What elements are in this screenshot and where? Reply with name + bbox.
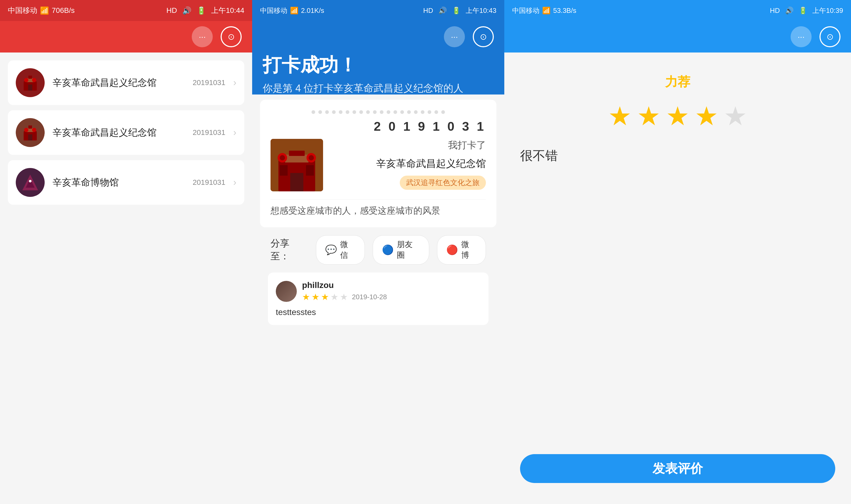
list-arrow-2: › (233, 177, 236, 188)
big-star-4[interactable]: ★ (695, 101, 719, 131)
panel-checkin: 中国移动 📶 2.01K/s HD 🔊 🔋 上午10:43 ··· ⊙ 打卡成功… (252, 0, 504, 504)
battery-3: 🔋 (799, 6, 807, 15)
svg-rect-18 (289, 151, 305, 156)
svg-rect-11 (28, 134, 32, 141)
list-arrow-1: › (233, 127, 236, 138)
share-weibo-label: 微博 (461, 239, 477, 261)
battery-2: 🔋 (452, 6, 460, 15)
panel-history: 中国移动 📶 706B/s HD 🔊 🔋 上午10:44 ··· ⊙ (0, 0, 252, 504)
share-wechat-label: 微信 (340, 239, 356, 261)
status-bar-2: 中国移动 📶 2.01K/s HD 🔊 🔋 上午10:43 (252, 0, 504, 21)
status-left-3: 中国移动 📶 53.3B/s (512, 6, 576, 15)
list-date-2: 20191031 (193, 178, 225, 187)
big-star-5[interactable]: ★ (724, 101, 747, 131)
comment-avatar (276, 281, 297, 302)
network-icon-3: HD (770, 6, 780, 15)
speed-3: 53.3B/s (553, 6, 576, 15)
svg-rect-24 (280, 165, 288, 176)
comment-meta: ★ ★ ★ ★ ★ 2019-10-28 (302, 292, 387, 302)
header-blue-buttons: ··· ⊙ (263, 26, 494, 47)
ticket-place-name: 辛亥革命武昌起义纪念馆 (376, 157, 486, 170)
big-star-1[interactable]: ★ (608, 101, 632, 131)
battery-1: 🔋 (197, 6, 206, 15)
big-star-3[interactable]: ★ (666, 101, 690, 131)
history-list: 辛亥革命武昌起义纪念馆 20191031 › 辛亥革命武昌起义纪念馆 20191… (0, 53, 252, 213)
comment-text: testtesstes (276, 307, 481, 317)
checkin-title: 打卡成功！ (263, 53, 494, 78)
more-btn-1[interactable]: ··· (192, 26, 213, 47)
comment-date: 2019-10-28 (352, 293, 387, 301)
list-avatar-2 (16, 168, 45, 197)
status-right-2: HD 🔊 🔋 上午10:43 (423, 6, 496, 15)
ticket-dots (270, 110, 486, 114)
header-1: ··· ⊙ (0, 21, 252, 53)
svg-rect-2 (29, 76, 32, 79)
status-right-3: HD 🔊 🔋 上午10:39 (770, 6, 843, 15)
list-text-1: 辛亥革命武昌起义纪念馆 (53, 126, 185, 139)
bt-icon-1: 🔊 (182, 6, 192, 15)
svg-rect-5 (28, 85, 32, 91)
more-btn-3[interactable]: ··· (791, 26, 812, 47)
review-section: 力荐 ★ ★ ★ ★ ★ 很不错 发表评价 (504, 53, 851, 504)
scan-btn-3[interactable]: ⊙ (819, 26, 840, 47)
list-avatar-1 (16, 118, 45, 147)
svg-point-20 (280, 155, 285, 160)
recommend-label: 力荐 (665, 73, 690, 90)
ticket-tag: 武汉追寻红色文化之旅 (400, 176, 486, 190)
list-item-0[interactable]: 辛亥革命武昌起义纪念馆 20191031 › (8, 60, 244, 105)
comment-header: phillzou ★ ★ ★ ★ ★ 2019-10-28 (276, 280, 481, 302)
list-text-2: 辛亥革命博物馆 (53, 176, 185, 189)
star-3: ★ (321, 292, 329, 302)
rating-stars[interactable]: ★ ★ ★ ★ ★ (608, 101, 747, 131)
svg-point-9 (24, 128, 29, 132)
moments-icon: 🔵 (382, 245, 394, 255)
star-4: ★ (331, 292, 338, 302)
wechat-icon: 💬 (325, 245, 337, 255)
header-3: ··· ⊙ (504, 21, 851, 53)
share-wechat-btn[interactable]: 💬 微信 (316, 235, 365, 265)
list-text-0: 辛亥革命武昌起义纪念馆 (53, 76, 185, 89)
checkin-subtitle: 你是第 4 位打卡辛亥革命武昌起义纪念馆的人 (263, 82, 494, 95)
time-3: 上午10:39 (812, 6, 843, 15)
list-avatar-0 (16, 68, 45, 97)
share-label: 分享至： (270, 237, 308, 263)
carrier-1: 中国移动 (8, 5, 37, 16)
card-area: 2 0 1 9 1 0 3 1 (252, 94, 504, 504)
svg-point-22 (308, 155, 314, 160)
status-bar-3: 中国移动 📶 53.3B/s HD 🔊 🔋 上午10:39 (504, 0, 851, 21)
svg-point-3 (24, 78, 29, 82)
ticket-message: 想感受这座城市的人，感受这座城市的风景 (270, 199, 486, 217)
ticket-content: 我打卡了 辛亥革命武昌起义纪念馆 武汉追寻红色文化之旅 (270, 139, 486, 191)
signal-3: 📶 (542, 6, 551, 15)
list-item-1[interactable]: 辛亥革命武昌起义纪念馆 20191031 › (8, 110, 244, 155)
status-left-2: 中国移动 📶 2.01K/s (260, 6, 324, 15)
scan-btn-1[interactable]: ⊙ (220, 26, 242, 47)
list-arrow-0: › (233, 77, 236, 88)
review-text: 很不错 (520, 147, 558, 164)
list-item-2[interactable]: 辛亥革命博物馆 20191031 › (8, 160, 244, 205)
scan-btn-2[interactable]: ⊙ (473, 26, 494, 47)
time-2: 上午10:43 (466, 6, 496, 15)
big-star-2[interactable]: ★ (637, 101, 660, 131)
weibo-icon: 🔴 (446, 245, 458, 255)
checkin-header: ··· ⊙ 打卡成功！ 你是第 4 位打卡辛亥革命武昌起义纪念馆的人 (252, 21, 504, 94)
ticket-image (270, 139, 323, 191)
speed-1: 706B/s (52, 6, 75, 15)
comment-user-info: phillzou ★ ★ ★ ★ ★ 2019-10-28 (302, 280, 387, 302)
ticket-card: 2 0 1 9 1 0 3 1 (260, 100, 496, 227)
bt-icon-3: 🔊 (785, 6, 794, 15)
network-icon-2: HD (423, 6, 433, 15)
share-weibo-btn[interactable]: 🔴 微博 (437, 235, 486, 265)
comment-card: phillzou ★ ★ ★ ★ ★ 2019-10-28 testtesste… (268, 272, 489, 325)
ticket-checkin-text: 我打卡了 (448, 139, 486, 152)
more-btn-2[interactable]: ··· (444, 26, 465, 47)
status-bar-1: 中国移动 📶 706B/s HD 🔊 🔋 上午10:44 (0, 0, 252, 21)
ticket-info: 我打卡了 辛亥革命武昌起义纪念馆 武汉追寻红色文化之旅 (331, 139, 486, 191)
star-1: ★ (302, 292, 310, 302)
star-5: ★ (340, 292, 348, 302)
share-moments-btn[interactable]: 🔵 朋友圈 (373, 235, 429, 265)
list-date-0: 20191031 (193, 78, 225, 87)
submit-review-btn[interactable]: 发表评价 (520, 454, 835, 483)
svg-rect-8 (29, 125, 32, 129)
svg-point-4 (32, 78, 36, 82)
